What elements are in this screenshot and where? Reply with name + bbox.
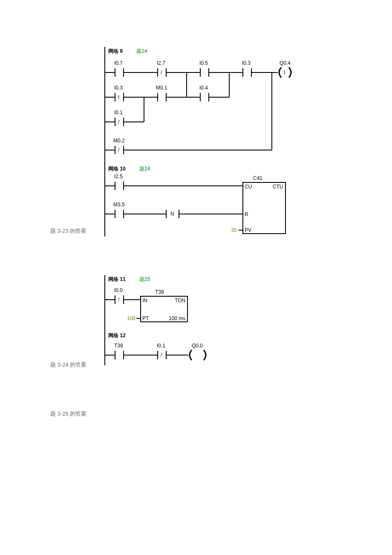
- net10-title: 网络 10: [108, 166, 126, 172]
- n9-r1-c2: I2.7: [157, 60, 165, 66]
- caption-3-25: 题 3-25 的答案: [50, 410, 86, 418]
- ladder-net11-12: 网络 11 题25 / I0.0 T38 IN TON PT 100 ms 10…: [103, 275, 239, 369]
- n12-r1-out: Q0.0: [192, 343, 203, 349]
- n11-box-type: TON: [175, 298, 185, 304]
- slash-icon: /: [118, 297, 120, 303]
- n9-r2-c2: M0.1: [156, 85, 167, 91]
- net9-title: 网络 9: [108, 48, 123, 54]
- n9-r2-c1: I0.3: [114, 85, 123, 91]
- net9-comment: 题24: [136, 48, 147, 54]
- caption-3-23: 题 3-23 的答案: [50, 227, 86, 235]
- n9-r1-c1: I0.7: [114, 60, 123, 66]
- n10-box-cu: CU: [245, 184, 252, 190]
- n9-r4-c1: M0.2: [113, 138, 125, 144]
- caption-3-24: 题 3-24 的答案: [50, 361, 86, 369]
- net10-comment: 题24: [139, 166, 150, 172]
- immediate-mark: I: [118, 94, 119, 100]
- slash-icon: /: [118, 119, 120, 125]
- n10-box-pvval: 30: [231, 227, 237, 233]
- n9-r2-c3: I0.4: [199, 85, 208, 91]
- slash-icon: /: [118, 147, 120, 153]
- n10-r2-c1: M3.5: [113, 202, 125, 208]
- n10-r1-c1: I2.5: [114, 173, 123, 179]
- net12-title: 网络 12: [108, 332, 126, 338]
- n11-box-in: IN: [142, 298, 147, 304]
- n12-r1-c1: T38: [114, 343, 123, 349]
- n9-r1-c3: I0.5: [199, 60, 208, 66]
- n9-r3-c1: I0.1: [114, 110, 123, 116]
- n11-box-ptval: 100: [127, 315, 135, 321]
- net11-title: 网络 11: [108, 276, 126, 282]
- net11-comment: 题25: [139, 276, 150, 282]
- ladder-net9-10: 网络 9 题24 I0.7 / I2.7 I0.5 I0.3 I Q0.4 I …: [103, 47, 299, 239]
- n10-ntrans: N: [170, 211, 174, 217]
- coil-immediate-mark: I: [284, 69, 285, 75]
- n10-box-name: C41: [253, 175, 262, 181]
- svg-rect-51: [243, 182, 285, 234]
- n11-box-unit: 100 ms: [169, 315, 185, 321]
- n10-box-r: R: [245, 211, 248, 217]
- page: 题 3-23 的答案 题 3-24 的答案 题 3-25 的答案 网络 9 题2…: [0, 0, 392, 555]
- n10-box-pv: PV: [245, 227, 251, 233]
- n11-box-pt: PT: [142, 315, 149, 321]
- slash-icon: /: [161, 69, 162, 75]
- n9-r1-out: Q0.4: [280, 60, 291, 66]
- slash-icon: /: [161, 352, 162, 358]
- n9-r1-c4: I0.3: [242, 60, 251, 66]
- n11-r1-c1: I0.0: [114, 287, 123, 293]
- n10-box-type: CTU: [273, 184, 283, 190]
- n12-r1-c2: I0.1: [157, 343, 165, 349]
- n11-box-name: T38: [155, 289, 164, 295]
